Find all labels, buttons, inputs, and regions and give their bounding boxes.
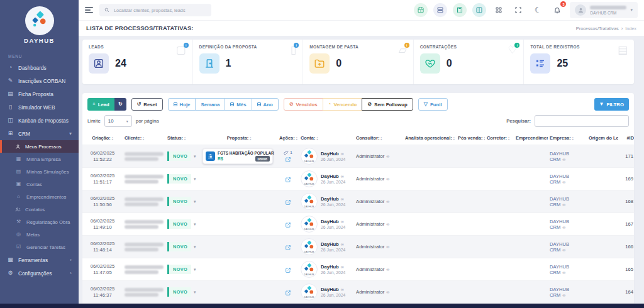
filter-ano-button[interactable]: Ano (252, 98, 279, 111)
sidebar-item-contatos[interactable]: Contatos (0, 203, 79, 216)
conta-link[interactable]: DayHub (321, 219, 339, 224)
empresa-link[interactable]: DAYHUB CRM (550, 151, 569, 162)
col-criacao[interactable]: Criação:▴▾ (82, 131, 123, 145)
apps-grid-icon[interactable] (492, 3, 506, 17)
user-menu[interactable]: DAYHUB CRM ▾ (570, 2, 638, 18)
open-record-icon[interactable] (279, 157, 297, 163)
sidebar-item-meus-processos[interactable]: Meus Processos (0, 140, 79, 153)
conta-link[interactable]: DayHub (321, 287, 339, 292)
limit-select[interactable]: 10 ▾ (104, 115, 132, 127)
conta-link[interactable]: DayHub (321, 151, 339, 157)
conta-link[interactable]: DayHub (321, 173, 339, 179)
status-badge[interactable]: NOVO (167, 265, 191, 274)
open-record-icon[interactable] (279, 199, 297, 206)
notifications-icon[interactable]: 3 (550, 3, 564, 17)
empresa-link[interactable]: DAYHUB CRM (550, 196, 569, 207)
global-search-input[interactable] (113, 7, 206, 14)
menu-toggle-icon[interactable] (85, 7, 93, 13)
chevron-down-icon[interactable]: ▾ (194, 222, 196, 226)
col-proposta[interactable]: Proposta:▴▾ (201, 131, 277, 145)
col-conta[interactable]: Conta:▴▾ (299, 131, 354, 145)
cards-icon[interactable] (433, 3, 447, 17)
col-cliente[interactable]: Cliente:▴▾ (123, 131, 165, 145)
col-consultor[interactable]: Consultor:▴▾ (354, 131, 403, 145)
filter-semana-button[interactable]: Semana (195, 98, 225, 111)
chevron-down-icon[interactable]: ▾ (194, 267, 196, 272)
sidebar-item-minha-empresa[interactable]: ▦ Minha Empresa (0, 153, 79, 165)
brand-logo[interactable]: DAYHUB (0, 0, 79, 48)
chevron-down-icon[interactable]: ▾ (194, 154, 196, 158)
status-badge[interactable]: NOVO (167, 287, 191, 297)
empresa-link[interactable]: DAYHUB CRM (550, 241, 569, 253)
empresa-link[interactable]: DAYHUB CRM (550, 287, 569, 298)
add-lead-button[interactable]: +Lead (87, 98, 114, 111)
refresh-button[interactable]: ↻ (114, 98, 126, 111)
sort-icon: ▴▾ (508, 136, 509, 140)
col-empresa[interactable]: Empresa:▴▾ (548, 131, 587, 145)
filtro-button[interactable]: ▼FILTRO (594, 98, 630, 111)
conta-link[interactable]: DayHub (321, 264, 339, 270)
sidebar-item-minhas-simulacoes[interactable]: ▤ Minhas Simulações (0, 165, 79, 178)
fullscreen-icon[interactable] (511, 3, 525, 17)
conta-link[interactable]: DayHub (321, 196, 339, 202)
open-record-icon[interactable] (279, 290, 297, 296)
chevron-down-icon[interactable]: ▾ (194, 199, 196, 204)
filter-funil-button[interactable]: ▽Funil (418, 98, 448, 111)
status-badge[interactable]: NOVO (167, 242, 191, 251)
sidebar-item-crm[interactable]: ⊞ CRM ▾ (0, 127, 79, 140)
col-corretor[interactable]: Corretor:▴▾ (485, 131, 514, 145)
empresa-link[interactable]: DAYHUB CRM (550, 264, 569, 275)
dark-mode-icon[interactable]: ☾ (531, 3, 545, 17)
columns-icon[interactable] (472, 3, 486, 17)
sidebar-item-simulador-web[interactable]: ▯ Simulador WEB (0, 101, 79, 114)
sidebar-item-metas[interactable]: ◎ Metas (0, 228, 79, 241)
sidebar-item-empreendimentos[interactable]: ⌂ Empreendimentos (0, 190, 79, 203)
col-acoes[interactable]: Ações:▴▾ (277, 131, 299, 145)
open-record-icon[interactable] (279, 222, 297, 228)
svg-text:DAYHUB: DAYHUB (304, 228, 314, 231)
calendar-icon[interactable] (414, 3, 428, 17)
reset-button[interactable]: ↺Reset (131, 98, 163, 111)
col-empreendimento[interactable]: Empreendimento:▴▾ (514, 131, 548, 145)
open-record-icon[interactable] (279, 267, 297, 273)
process-table: Criação:▴▾ Cliente:▴▾ Status:▴▾ Proposta… (82, 131, 634, 304)
filter-hoje-button[interactable]: Hoje (168, 98, 196, 111)
col-pos-venda[interactable]: Pós venda:▴▾ (456, 131, 485, 145)
chevron-down-icon[interactable]: ▾ (194, 177, 196, 181)
sidebar-item-configuracoes[interactable]: ⚙ Configurações › (0, 267, 79, 280)
proposta-card[interactable]: FGTS HABITAÇÃO POPULARR$08/08 (203, 148, 273, 164)
global-search[interactable] (99, 4, 211, 16)
empresa-link[interactable]: DAYHUB CRM (550, 219, 569, 230)
attachments-count[interactable]: 1 (279, 150, 297, 155)
status-badge[interactable]: NOVO (167, 174, 191, 184)
sort-icon: ▴▾ (143, 136, 144, 140)
open-record-icon[interactable] (279, 177, 297, 183)
chevron-down-icon[interactable]: ▾ (194, 245, 196, 249)
breadcrumb-section[interactable]: Processos/Tratativas (576, 26, 619, 31)
status-badge[interactable]: NOVO (167, 197, 191, 206)
col-id[interactable]: #ID▴▾ (618, 131, 634, 145)
filter-sem-followup-button[interactable]: ⊘Sem Followup (362, 98, 413, 111)
sidebar-item-ficha-proposta[interactable]: ▤ Ficha Proposta (0, 87, 79, 101)
col-origem[interactable]: Origem do Lead:▴▾ (587, 131, 618, 145)
open-record-icon[interactable] (279, 245, 297, 251)
sidebar-item-gerenciar-tarefas[interactable]: ☑ Gerenciar Tarefas (0, 241, 79, 253)
filter-vencendo-button[interactable]: ◔Vencendo (323, 98, 363, 111)
sidebar-item-inscricoes-corban[interactable]: ✎ Inscrições CORBAN (0, 74, 79, 87)
sidebar-item-kanban[interactable]: ◫ Kanban de Propostas (0, 114, 79, 127)
chevron-down-icon[interactable]: ▾ (194, 290, 196, 294)
filter-mes-button[interactable]: Mês (225, 98, 252, 111)
status-badge[interactable]: NOVO (167, 219, 191, 229)
sidebar-item-contas[interactable]: ▣ Contas (0, 178, 79, 190)
sidebar-item-dashboards[interactable]: ◔ Dashboards (0, 61, 79, 74)
conta-link[interactable]: DayHub (321, 241, 339, 247)
calculator-icon[interactable] (453, 3, 467, 17)
sidebar-item-regularizacao-obra[interactable]: ⚒ Regularização Obra (0, 216, 79, 228)
empresa-link[interactable]: DAYHUB CRM (550, 173, 569, 185)
sidebar-item-ferramentas[interactable]: ▩ Ferramentas › (0, 253, 79, 267)
filter-vencidos-button[interactable]: ⊘Vencidos (284, 98, 323, 111)
col-analista[interactable]: Analista operacional:▴▾ (403, 131, 456, 145)
col-status[interactable]: Status:▴▾ (165, 131, 201, 145)
table-search-input[interactable] (535, 115, 629, 127)
status-badge[interactable]: NOVO (167, 151, 191, 161)
